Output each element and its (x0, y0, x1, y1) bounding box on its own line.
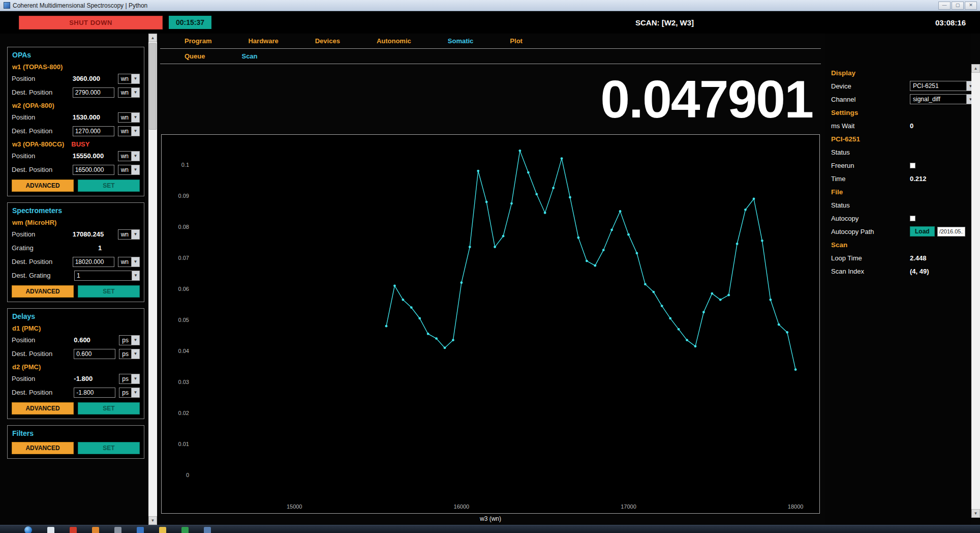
dropdown-value: ps (119, 349, 131, 359)
data-point-marker (435, 337, 438, 340)
setting-file: File (825, 185, 971, 198)
tab-devices[interactable]: Devices (315, 37, 340, 45)
setting-label: Status (831, 201, 910, 209)
row-label: Dest. Position (12, 166, 69, 173)
setting-label: Channel (831, 96, 910, 103)
units-dropdown[interactable]: wn▼ (118, 151, 140, 161)
tab-somatic[interactable]: Somatic (448, 37, 474, 45)
units-dropdown[interactable]: ps▼ (119, 388, 140, 398)
busy-badge: BUSY (71, 140, 89, 148)
dest-grating-input[interactable] (74, 271, 132, 281)
freerun-checkbox[interactable] (910, 163, 915, 168)
data-point-marker (469, 246, 471, 248)
x-axis-label: w3 (wn) (161, 514, 820, 524)
dest-position-input[interactable] (74, 388, 115, 398)
set-button[interactable]: SET (78, 442, 140, 454)
units-dropdown[interactable]: wn▼ (118, 112, 140, 123)
taskbar-icon-app-4[interactable] (114, 527, 121, 533)
load-button[interactable]: Load (910, 226, 935, 236)
units-dropdown[interactable]: wn▼ (118, 229, 140, 240)
row-label: Position (12, 336, 70, 344)
settings-scrollbar[interactable]: ▲ ▼ (971, 64, 980, 518)
scrollbar-thumb[interactable] (149, 43, 157, 130)
units-dropdown[interactable]: ps▼ (119, 374, 140, 384)
scan-line-chart: 00.010.020.030.040.050.060.070.080.090.1… (162, 135, 819, 513)
advanced-button[interactable]: ADVANCED (12, 402, 74, 414)
secondary-tabs: QueueScan (160, 49, 821, 64)
scrollbar-track[interactable] (148, 42, 157, 516)
row-label: Dest. Position (12, 350, 70, 358)
units-dropdown[interactable]: wn▼ (118, 126, 140, 136)
setting-ms-wait: ms Wait0 (825, 119, 971, 132)
taskbar-icon-app-3[interactable] (92, 527, 99, 533)
hardware-name: d2 (PMC) (8, 361, 144, 372)
data-point-marker (510, 202, 513, 205)
tab-program[interactable]: Program (185, 37, 211, 45)
scroll-down-icon[interactable]: ▼ (971, 509, 980, 518)
autocopy-path-input[interactable] (937, 227, 965, 236)
channel-dropdown[interactable]: signal_diff▼ (910, 94, 971, 104)
dropdown-value: PCI-6251 (910, 81, 966, 91)
ms-wait-value: 0 (910, 122, 913, 130)
taskbar-icon-app-2[interactable] (70, 527, 77, 533)
scan-index-value: (4, 49) (910, 268, 929, 275)
set-button[interactable]: SET (78, 180, 140, 192)
close-button[interactable]: ✕ (965, 2, 977, 10)
dest-position-input[interactable] (73, 126, 114, 136)
taskbar-icon-app-5[interactable] (137, 527, 144, 533)
axis-tick-label: 0.05 (178, 317, 189, 323)
setting-label: ms Wait (831, 122, 910, 130)
scroll-down-icon[interactable]: ▼ (148, 516, 157, 525)
setting-scan-index: Scan Index(4, 49) (825, 264, 971, 278)
dest-position-input[interactable] (73, 87, 114, 98)
set-button[interactable]: SET (78, 285, 140, 298)
dest-position-input[interactable] (73, 257, 114, 267)
grating-value: 1 (98, 244, 140, 252)
panel-buttons: ADVANCEDSET (8, 399, 144, 416)
units-dropdown[interactable]: wn▼ (118, 87, 140, 98)
row-dest-position: Dest. Positionwn▼ (8, 124, 144, 138)
chevron-down-icon: ▼ (131, 349, 139, 359)
tab-autonomic[interactable]: Autonomic (377, 37, 411, 45)
axis-tick-label: 0.08 (178, 224, 189, 230)
advanced-button[interactable]: ADVANCED (12, 442, 74, 454)
units-dropdown[interactable]: ps▼ (119, 335, 140, 345)
sidebar-scrollbar[interactable]: ▲ ▼ (148, 34, 157, 525)
start-button-icon[interactable] (24, 526, 32, 533)
tab-scan[interactable]: Scan (241, 52, 257, 60)
tab-plot[interactable]: Plot (510, 37, 523, 45)
advanced-button[interactable]: ADVANCED (12, 180, 74, 192)
data-point-marker (527, 171, 530, 174)
minimize-button[interactable]: — (938, 2, 951, 10)
main-area: ProgramHardwareDevicesAutonomicSomaticPl… (157, 34, 825, 525)
maximize-button[interactable]: ▢ (952, 2, 964, 10)
scroll-up-icon[interactable]: ▲ (971, 64, 980, 73)
setting-label: Scan (831, 241, 847, 249)
taskbar-icon-app-6[interactable] (159, 527, 166, 533)
dest-position-input[interactable] (74, 349, 115, 359)
taskbar-icon-app-7[interactable] (181, 527, 189, 533)
advanced-button[interactable]: ADVANCED (12, 285, 74, 298)
taskbar-icon-app-8[interactable] (204, 527, 211, 533)
row-dest-position: Dest. Positionwn▼ (8, 85, 144, 99)
chevron-down-icon: ▼ (131, 74, 139, 83)
setting-time: Time0.212 (825, 172, 971, 185)
dropdown-value: wn (118, 74, 131, 83)
autocopy-checkbox[interactable] (910, 216, 915, 221)
dest-position-input[interactable] (73, 165, 114, 175)
device-dropdown[interactable]: PCI-6251▼ (910, 81, 971, 91)
taskbar-icon-app-1[interactable] (47, 527, 54, 533)
tab-queue[interactable]: Queue (185, 52, 205, 60)
data-point-marker (418, 317, 421, 320)
chevron-down-icon[interactable]: ▼ (132, 271, 140, 281)
set-button[interactable]: SET (78, 402, 140, 414)
units-dropdown[interactable]: ps▼ (119, 349, 140, 359)
hardware-name: wm (MicroHR) (8, 216, 144, 227)
units-dropdown[interactable]: wn▼ (118, 257, 140, 267)
units-dropdown[interactable]: wn▼ (118, 74, 140, 84)
scroll-up-icon[interactable]: ▲ (148, 34, 157, 42)
tab-hardware[interactable]: Hardware (248, 37, 278, 45)
scrollbar-track[interactable] (971, 73, 980, 509)
shutdown-button[interactable]: SHUT DOWN (19, 16, 163, 29)
units-dropdown[interactable]: wn▼ (118, 165, 140, 175)
